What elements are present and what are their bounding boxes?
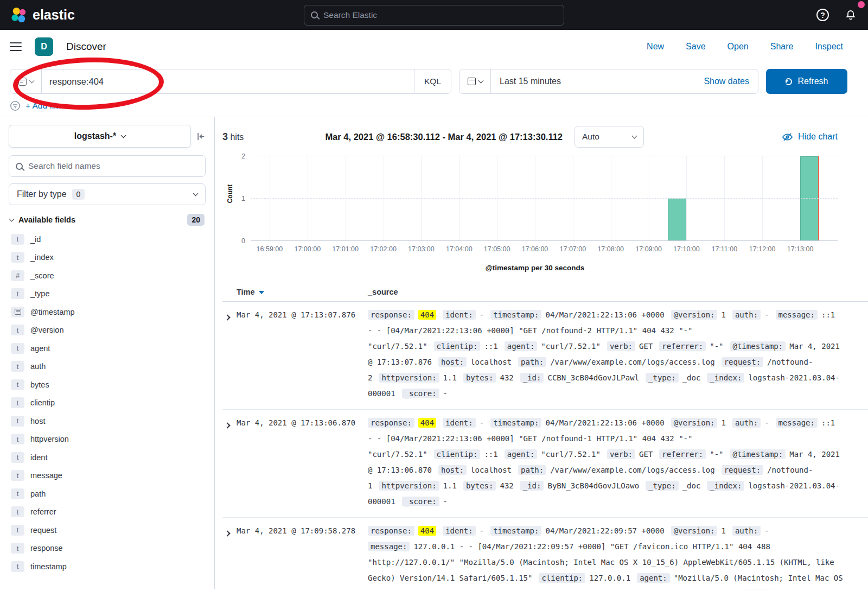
doc-field-value: -	[443, 497, 448, 506]
nav-action-open[interactable]: Open	[727, 42, 749, 52]
available-fields-header[interactable]: Available fields 20	[9, 214, 206, 226]
doc-field-value: ::1	[484, 342, 497, 351]
doc-field-key: @version:	[671, 526, 718, 536]
documents-table: Time _source Mar 4, 2021 @ 17:13:07.876 …	[222, 288, 868, 589]
saved-query-menu-button[interactable]	[10, 69, 42, 93]
discover-app-badge[interactable]: D	[35, 37, 53, 56]
field-name: clientip	[30, 398, 55, 407]
field-item-agent[interactable]: t agent	[9, 339, 206, 358]
field-type-icon: t	[11, 234, 24, 245]
doc-field-value: 404	[418, 310, 436, 320]
field-item-timestamp[interactable]: t timestamp	[9, 557, 206, 576]
doc-field-value: _doc	[682, 481, 701, 490]
global-search[interactable]	[304, 5, 564, 26]
filter-type-count-badge: 0	[72, 189, 85, 200]
field-item-response[interactable]: t response	[9, 539, 206, 558]
field-type-icon: t	[11, 434, 24, 444]
show-dates-button[interactable]: Show dates	[704, 77, 758, 86]
field-type-icon: #	[11, 270, 24, 281]
nav-action-new[interactable]: New	[647, 42, 664, 52]
field-type-icon	[11, 307, 24, 317]
field-item-referrer[interactable]: t referrer	[9, 503, 206, 522]
doc-field-value: 04/Mar/2021:22:13:06 +0000	[545, 418, 664, 427]
time-column-header[interactable]: Time	[237, 288, 368, 296]
date-picker-menu-button[interactable]	[459, 69, 491, 93]
doc-field-key: _id:	[520, 481, 544, 491]
collapse-sidebar-icon[interactable]	[196, 132, 206, 141]
chart-vgridline	[649, 156, 649, 240]
kql-toggle-button[interactable]: KQL	[414, 69, 451, 93]
add-filter-button[interactable]: + Add filter	[25, 101, 66, 111]
hide-chart-button[interactable]: Hide chart	[782, 132, 838, 142]
doc-field-key: auth:	[732, 526, 761, 536]
global-header: elastic ?	[0, 0, 868, 30]
doc-field-value: -	[764, 526, 769, 535]
field-item-httpversion[interactable]: t httpversion	[9, 430, 206, 449]
expand-row-button[interactable]	[222, 307, 237, 322]
field-item-@version[interactable]: t @version	[9, 321, 206, 340]
chart-hgridline	[251, 156, 838, 156]
doc-field-value: -	[480, 418, 484, 427]
menu-hamburger-icon[interactable]	[10, 42, 22, 52]
chart-x-tick-label: 16:59:00	[257, 245, 283, 253]
query-input[interactable]	[42, 77, 414, 87]
alerts-bell-icon[interactable]	[844, 9, 857, 22]
field-type-icon: t	[11, 543, 24, 554]
expand-row-button[interactable]	[222, 523, 237, 538]
doc-field-key: timestamp:	[490, 418, 541, 428]
field-item-auth[interactable]: t auth	[9, 358, 206, 376]
doc-field-key: _type:	[646, 373, 679, 383]
chart-bar[interactable]	[668, 199, 687, 241]
help-icon[interactable]: ?	[816, 9, 829, 21]
field-type-icon: t	[11, 488, 24, 499]
filter-funnel-icon[interactable]	[10, 100, 21, 111]
doc-field-key: verb:	[745, 589, 773, 589]
available-fields-count-badge: 20	[187, 214, 205, 226]
doc-source: response:404ident:-timestamp:04/Mar/2021…	[368, 415, 868, 510]
field-item-ident[interactable]: t ident	[9, 448, 206, 467]
chart-x-axis: 16:59:0017:00:0017:01:0017:02:0017:03:00…	[251, 245, 838, 255]
filter-by-type-select[interactable]: Filter by type 0	[9, 183, 206, 205]
doc-field-value: 04/Mar/2021:22:09:57 +0000	[545, 526, 664, 535]
field-item-path[interactable]: t path	[9, 485, 206, 503]
y-axis-title: Count	[226, 182, 234, 206]
chart-x-tick-label: 17:08:00	[597, 245, 624, 253]
field-item-request[interactable]: t request	[9, 521, 206, 539]
nav-action-save[interactable]: Save	[686, 42, 705, 52]
field-item-host[interactable]: t host	[9, 412, 206, 430]
index-pattern-selector[interactable]: logstash-*	[9, 125, 191, 148]
field-search[interactable]	[9, 155, 206, 177]
global-search-input[interactable]	[323, 10, 557, 20]
field-item-@timestamp[interactable]: @timestamp	[9, 303, 206, 321]
field-search-input[interactable]	[28, 161, 199, 171]
field-name: host	[30, 417, 45, 425]
field-item-clientip[interactable]: t clientip	[9, 394, 206, 412]
chart-bar[interactable]	[800, 156, 819, 240]
nav-action-inspect[interactable]: Inspect	[815, 42, 843, 52]
chart-y-axis: 012	[235, 156, 245, 241]
doc-field-key: @timestamp:	[730, 341, 786, 351]
expand-row-button[interactable]	[222, 415, 237, 430]
doc-field-value: -	[480, 526, 484, 535]
histogram-interval-select[interactable]: Auto	[575, 126, 644, 148]
elastic-brand[interactable]: elastic	[11, 7, 75, 23]
field-item-_type[interactable]: t _type	[9, 285, 206, 303]
chevron-right-icon	[224, 422, 230, 428]
field-item-_score[interactable]: # _score	[9, 266, 206, 285]
doc-field-value: GET	[639, 450, 653, 459]
doc-field-value: CCBN_3cB04dGovJLPawl	[547, 373, 639, 382]
refresh-button[interactable]: Refresh	[766, 69, 847, 94]
doc-field-key: path:	[518, 357, 546, 367]
doc-time: Mar 4, 2021 @ 17:13:06.870	[237, 415, 368, 431]
field-type-icon: t	[11, 343, 24, 354]
field-item-_index[interactable]: t _index	[9, 249, 206, 267]
nav-action-share[interactable]: Share	[770, 42, 794, 52]
doc-field-value: 1	[721, 310, 725, 319]
doc-field-value: 1	[721, 526, 725, 535]
chevron-down-icon	[478, 78, 483, 83]
field-item-bytes[interactable]: t bytes	[9, 376, 206, 394]
time-range-value[interactable]: Last 15 minutes	[491, 77, 704, 86]
chart-vgridline	[308, 156, 308, 240]
field-item-_id[interactable]: t _id	[9, 230, 206, 249]
field-item-message[interactable]: t message	[9, 467, 206, 485]
